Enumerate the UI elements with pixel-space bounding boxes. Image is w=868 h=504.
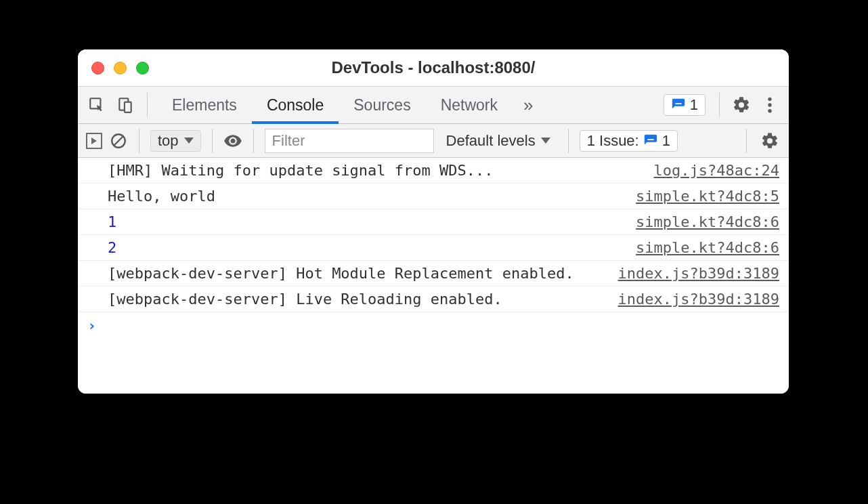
- log-message: [HMR] Waiting for update signal from WDS…: [108, 162, 654, 179]
- separator: [568, 129, 569, 153]
- tab-network[interactable]: Network: [426, 87, 513, 123]
- svg-point-5: [768, 109, 771, 112]
- chevron-down-icon: [541, 138, 550, 144]
- log-source-link[interactable]: simple.kt?4dc8:6: [636, 213, 779, 230]
- separator: [746, 129, 747, 153]
- separator: [719, 93, 720, 117]
- main-tabbar: Elements Console Sources Network » 1: [78, 86, 789, 124]
- separator: [253, 129, 254, 153]
- separator: [147, 93, 148, 117]
- log-source-link[interactable]: simple.kt?4dc8:5: [636, 188, 779, 205]
- log-row: Hello, world simple.kt?4dc8:5: [78, 184, 789, 209]
- tab-sources[interactable]: Sources: [339, 87, 425, 123]
- prompt-caret-icon: ›: [87, 317, 96, 334]
- svg-line-7: [114, 136, 123, 145]
- console-prompt[interactable]: ›: [78, 312, 789, 338]
- issues-badge-count: 1: [690, 96, 698, 114]
- console-toolbar: top Default levels 1 Issue: 1: [78, 124, 789, 158]
- log-message: [webpack-dev-server] Hot Module Replacem…: [108, 265, 618, 282]
- live-expression-icon[interactable]: [223, 131, 242, 150]
- issues-count: 1: [662, 132, 670, 150]
- device-toolbar-icon[interactable]: [113, 93, 137, 117]
- log-message: [webpack-dev-server] Live Reloading enab…: [108, 291, 618, 308]
- tab-console[interactable]: Console: [252, 87, 339, 123]
- svg-point-4: [768, 103, 771, 106]
- log-message: 2: [108, 239, 636, 256]
- separator: [139, 129, 139, 153]
- log-row: 2 simple.kt?4dc8:6: [78, 235, 789, 261]
- log-source-link[interactable]: index.js?b39d:3189: [618, 291, 779, 308]
- traffic-lights: [91, 62, 149, 75]
- more-menu-icon[interactable]: [758, 93, 782, 117]
- devtools-window: DevTools - localhost:8080/ Elements Cons…: [78, 49, 789, 394]
- minimize-button[interactable]: [114, 62, 127, 75]
- context-label: top: [158, 132, 179, 150]
- settings-icon[interactable]: [729, 93, 754, 117]
- svg-rect-2: [125, 102, 131, 112]
- log-row: [HMR] Waiting for update signal from WDS…: [78, 158, 789, 184]
- log-row: [webpack-dev-server] Hot Module Replacem…: [78, 261, 789, 287]
- log-message: 1: [108, 213, 636, 230]
- console-output: [HMR] Waiting for update signal from WDS…: [78, 158, 789, 394]
- log-message: Hello, world: [108, 188, 636, 205]
- inspect-element-icon[interactable]: [85, 93, 109, 117]
- log-source-link[interactable]: simple.kt?4dc8:6: [636, 239, 779, 256]
- separator: [212, 129, 213, 153]
- issues-label: 1 Issue:: [587, 132, 639, 150]
- chevron-down-icon: [184, 138, 194, 144]
- maximize-button[interactable]: [136, 62, 149, 75]
- close-button[interactable]: [91, 62, 104, 75]
- more-tabs-icon[interactable]: »: [517, 95, 540, 116]
- tab-elements[interactable]: Elements: [157, 87, 252, 123]
- log-source-link[interactable]: log.js?48ac:24: [654, 162, 779, 179]
- log-row: [webpack-dev-server] Live Reloading enab…: [78, 287, 789, 312]
- issues-badge[interactable]: 1: [664, 94, 706, 116]
- titlebar: DevTools - localhost:8080/: [78, 49, 789, 86]
- clear-console-icon[interactable]: [109, 131, 128, 150]
- filter-input[interactable]: [265, 129, 434, 153]
- level-label: Default levels: [446, 132, 536, 150]
- log-level-select[interactable]: Default levels: [439, 132, 557, 150]
- issues-link[interactable]: 1 Issue: 1: [580, 130, 678, 152]
- panel-tabs: Elements Console Sources Network: [157, 87, 513, 123]
- execution-context-select[interactable]: top: [150, 130, 201, 152]
- window-title: DevTools - localhost:8080/: [78, 58, 789, 77]
- console-sidebar-toggle-icon[interactable]: [85, 131, 104, 150]
- svg-point-3: [768, 98, 771, 101]
- console-settings-icon[interactable]: [758, 129, 782, 153]
- log-source-link[interactable]: index.js?b39d:3189: [618, 265, 779, 282]
- log-row: 1 simple.kt?4dc8:6: [78, 209, 789, 235]
